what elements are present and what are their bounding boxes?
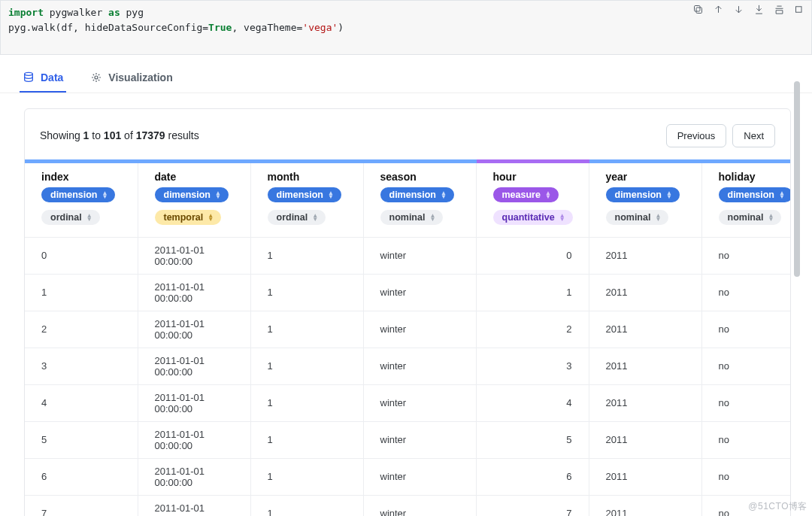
type-pill-year[interactable]: nominal▲▼ bbox=[606, 210, 669, 225]
cell-year: 2011 bbox=[589, 311, 701, 348]
col-header-hour: hourmeasure▲▼quantitative▲▼ bbox=[476, 161, 589, 237]
cell-date: 2011-01-01 00:00:00 bbox=[138, 311, 250, 348]
svg-rect-2 bbox=[796, 7, 802, 13]
tab-data[interactable]: Data bbox=[20, 65, 66, 93]
role-pill-season[interactable]: dimension▲▼ bbox=[380, 187, 454, 202]
role-pill-holiday[interactable]: dimension▲▼ bbox=[719, 187, 791, 202]
table-row: 32011-01-01 00:00:001winter32011no bbox=[25, 348, 790, 384]
copy-icon[interactable] bbox=[692, 4, 704, 20]
type-pill-season[interactable]: nominal▲▼ bbox=[380, 210, 444, 225]
watermark: @51CTO博客 bbox=[748, 500, 807, 513]
table-row: 22011-01-01 00:00:001winter22011no bbox=[25, 311, 790, 348]
cell-index: 0 bbox=[25, 237, 138, 274]
cell-hour: 1 bbox=[476, 274, 589, 311]
cell-hour: 5 bbox=[476, 421, 589, 458]
cell-hour: 6 bbox=[476, 458, 589, 495]
col-name: season bbox=[380, 171, 465, 183]
cell-holiday: no bbox=[701, 311, 790, 348]
kw-as: as bbox=[108, 7, 120, 18]
cell-month: 1 bbox=[250, 237, 363, 274]
type-pill-holiday[interactable]: nominal▲▼ bbox=[719, 210, 782, 225]
cell-index: 6 bbox=[25, 458, 138, 495]
col-name: holiday bbox=[719, 171, 791, 183]
cell-season: winter bbox=[363, 274, 476, 311]
prev-button[interactable]: Previous bbox=[666, 124, 727, 147]
col-header-holiday: holidaydimension▲▼nominal▲▼ bbox=[701, 161, 790, 237]
cell-index: 3 bbox=[25, 348, 138, 384]
role-pill-hour[interactable]: measure▲▼ bbox=[493, 187, 559, 202]
role-pill-index[interactable]: dimension▲▼ bbox=[41, 187, 115, 202]
col-name: year bbox=[606, 171, 691, 183]
sort-icon: ▲▼ bbox=[312, 214, 318, 221]
col-header-season: seasondimension▲▼nominal▲▼ bbox=[363, 161, 476, 237]
sort-icon: ▲▼ bbox=[86, 214, 92, 221]
role-pill-year[interactable]: dimension▲▼ bbox=[606, 187, 680, 202]
type-pill-hour[interactable]: quantitative▲▼ bbox=[493, 210, 573, 225]
tab-data-label: Data bbox=[41, 71, 63, 83]
sort-icon: ▲▼ bbox=[441, 191, 447, 199]
arrow-down-icon[interactable] bbox=[733, 4, 744, 20]
cell-index: 7 bbox=[25, 495, 138, 516]
tab-viz-label: Visualization bbox=[108, 71, 172, 83]
arrow-up-icon[interactable] bbox=[713, 4, 724, 20]
download-icon[interactable] bbox=[753, 4, 765, 20]
type-pill-date[interactable]: temporal▲▼ bbox=[155, 210, 222, 225]
cell-holiday: no bbox=[701, 237, 790, 274]
sort-icon: ▲▼ bbox=[666, 191, 672, 199]
data-table: indexdimension▲▼ordinal▲▼datedimension▲▼… bbox=[25, 159, 790, 517]
cell-index: 4 bbox=[25, 384, 138, 421]
next-button[interactable]: Next bbox=[732, 124, 775, 147]
col-header-date: datedimension▲▼temporal▲▼ bbox=[138, 161, 250, 237]
cell-date: 2011-01-01 00:00:00 bbox=[138, 237, 250, 274]
more-icon[interactable] bbox=[794, 4, 805, 20]
launch-icon[interactable] bbox=[774, 4, 785, 20]
table-row: 62011-01-01 00:00:001winter62011no bbox=[25, 458, 790, 495]
col-header-index: indexdimension▲▼ordinal▲▼ bbox=[25, 161, 138, 237]
cell-season: winter bbox=[363, 421, 476, 458]
role-pill-date[interactable]: dimension▲▼ bbox=[155, 187, 229, 202]
cell-index: 5 bbox=[25, 421, 138, 458]
sort-icon: ▲▼ bbox=[655, 214, 661, 221]
cell-holiday: no bbox=[701, 384, 790, 421]
cell-index: 2 bbox=[25, 311, 138, 348]
cell-season: winter bbox=[363, 237, 476, 274]
svg-rect-1 bbox=[695, 6, 701, 12]
sort-icon: ▲▼ bbox=[779, 191, 785, 199]
cell-holiday: no bbox=[701, 421, 790, 458]
col-name: date bbox=[155, 171, 240, 183]
col-header-year: yeardimension▲▼nominal▲▼ bbox=[589, 161, 701, 237]
cell-date: 2011-01-01 00:00:00 bbox=[138, 384, 250, 421]
database-icon bbox=[23, 71, 35, 83]
cell-index: 1 bbox=[25, 274, 138, 311]
cell-date: 2011-01-01 00:00:00 bbox=[138, 348, 250, 384]
type-pill-index[interactable]: ordinal▲▼ bbox=[41, 210, 100, 225]
cell-year: 2011 bbox=[589, 237, 701, 274]
cell-month: 1 bbox=[250, 348, 363, 384]
role-pill-month[interactable]: dimension▲▼ bbox=[268, 187, 341, 202]
cell-year: 2011 bbox=[589, 458, 701, 495]
cell-date: 2011-01-01 00:00:00 bbox=[138, 458, 250, 495]
tab-visualization[interactable]: Visualization bbox=[87, 65, 175, 93]
col-name: hour bbox=[493, 171, 578, 183]
cell-date: 2011-01-01 00:00:00 bbox=[138, 421, 250, 458]
sort-icon: ▲▼ bbox=[215, 191, 221, 199]
scrollbar[interactable] bbox=[794, 81, 800, 277]
sort-icon: ▲▼ bbox=[328, 191, 334, 199]
sort-icon: ▲▼ bbox=[559, 214, 565, 221]
type-pill-month[interactable]: ordinal▲▼ bbox=[268, 210, 326, 225]
svg-point-3 bbox=[25, 72, 33, 75]
sort-icon: ▲▼ bbox=[545, 191, 551, 199]
cell-hour: 3 bbox=[476, 348, 589, 384]
sort-icon: ▲▼ bbox=[102, 191, 108, 199]
cell-date: 2011-01-01 00:00:00 bbox=[138, 495, 250, 516]
cell-year: 2011 bbox=[589, 495, 701, 516]
col-header-month: monthdimension▲▼ordinal▲▼ bbox=[250, 161, 363, 237]
cell-holiday: no bbox=[701, 348, 790, 384]
table-row: 02011-01-01 00:00:001winter02011no bbox=[25, 237, 790, 274]
cell-month: 1 bbox=[250, 384, 363, 421]
results-summary: Showing 1 to 101 of 17379 results bbox=[40, 129, 199, 141]
cell-season: winter bbox=[363, 348, 476, 384]
cell-season: winter bbox=[363, 384, 476, 421]
cell-season: winter bbox=[363, 311, 476, 348]
svg-rect-0 bbox=[696, 8, 702, 14]
